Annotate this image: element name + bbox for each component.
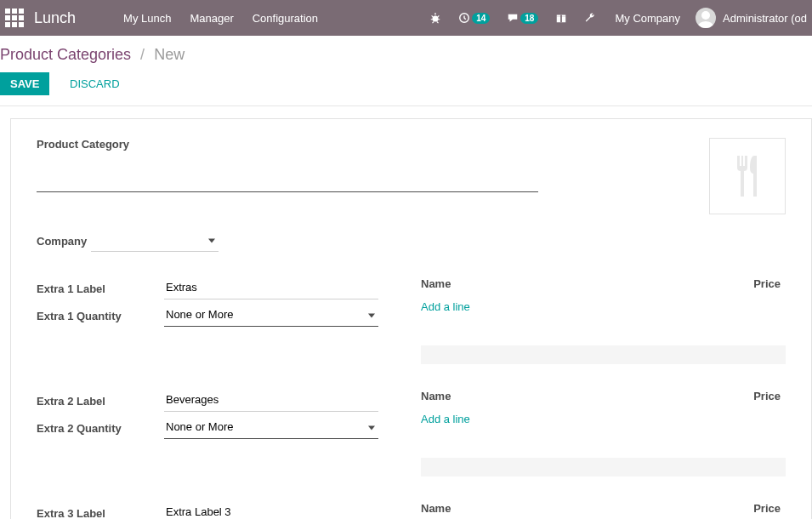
breadcrumb: Product Categories / New bbox=[0, 46, 812, 72]
product-category-label: Product Category bbox=[37, 138, 675, 151]
extra3-table: Name Price Add a line bbox=[421, 502, 786, 519]
apps-grid-icon[interactable] bbox=[5, 9, 24, 27]
form-sheet: Product Category Company Ext bbox=[10, 118, 812, 519]
extra2-qty-caption: Extra 2 Quantity bbox=[37, 422, 164, 435]
col-price: Price bbox=[597, 502, 786, 519]
breadcrumb-current: New bbox=[154, 46, 185, 63]
extra1-add-line[interactable]: Add a line bbox=[421, 300, 470, 313]
user-menu[interactable]: Administrator (od bbox=[696, 8, 807, 28]
extra2-qty-select[interactable]: None or More bbox=[164, 417, 378, 439]
save-button[interactable]: SAVE bbox=[0, 72, 49, 95]
discard-button[interactable]: DISCARD bbox=[60, 72, 130, 95]
extra1-qty-caption: Extra 1 Quantity bbox=[37, 310, 164, 322]
extra1-label-caption: Extra 1 Label bbox=[37, 282, 164, 295]
breadcrumb-parent[interactable]: Product Categories bbox=[0, 46, 131, 63]
app-brand[interactable]: Lunch bbox=[34, 9, 76, 27]
svg-point-0 bbox=[433, 15, 439, 21]
breadcrumb-sep: / bbox=[140, 46, 145, 63]
col-name: Name bbox=[421, 390, 597, 409]
company-label: Company bbox=[37, 235, 91, 248]
nav-manager[interactable]: Manager bbox=[190, 12, 233, 25]
chat-badge: 18 bbox=[520, 13, 538, 24]
extra2-label-caption: Extra 2 Label bbox=[37, 395, 164, 408]
col-price: Price bbox=[597, 390, 786, 409]
col-name: Name bbox=[421, 502, 597, 519]
clock-badge: 14 bbox=[472, 13, 490, 24]
category-image-picker[interactable] bbox=[709, 138, 786, 214]
control-bar: Product Categories / New SAVE DISCARD bbox=[0, 36, 812, 106]
avatar-icon bbox=[696, 8, 716, 28]
user-name: Administrator (od bbox=[723, 12, 807, 25]
svg-rect-4 bbox=[561, 15, 563, 23]
nav-configuration[interactable]: Configuration bbox=[253, 12, 318, 25]
extra1-qty-select[interactable]: None or More bbox=[164, 305, 378, 327]
col-price: Price bbox=[597, 277, 786, 297]
company-select[interactable] bbox=[91, 230, 219, 252]
bug-icon[interactable] bbox=[429, 12, 441, 24]
product-category-input[interactable] bbox=[37, 156, 538, 192]
navbar: Lunch My Lunch Manager Configuration 14 … bbox=[0, 0, 812, 36]
extra3-label-input[interactable] bbox=[164, 502, 378, 519]
cutlery-icon bbox=[729, 154, 766, 198]
wrench-icon[interactable] bbox=[584, 12, 596, 24]
extra1-label-input[interactable] bbox=[164, 277, 378, 299]
extra2-label-input[interactable] bbox=[164, 390, 378, 412]
extra2-table: Name Price Add a line bbox=[421, 390, 786, 476]
gift-icon[interactable] bbox=[555, 12, 567, 24]
clock-icon[interactable]: 14 bbox=[458, 12, 490, 24]
extra2-add-line[interactable]: Add a line bbox=[421, 413, 470, 425]
company-switcher[interactable]: My Company bbox=[615, 12, 680, 25]
chat-icon[interactable]: 18 bbox=[507, 12, 538, 24]
col-name: Name bbox=[421, 277, 597, 297]
nav-my-lunch[interactable]: My Lunch bbox=[123, 12, 171, 25]
extra3-label-caption: Extra 3 Label bbox=[37, 507, 164, 520]
extra1-table: Name Price Add a line bbox=[421, 277, 786, 364]
